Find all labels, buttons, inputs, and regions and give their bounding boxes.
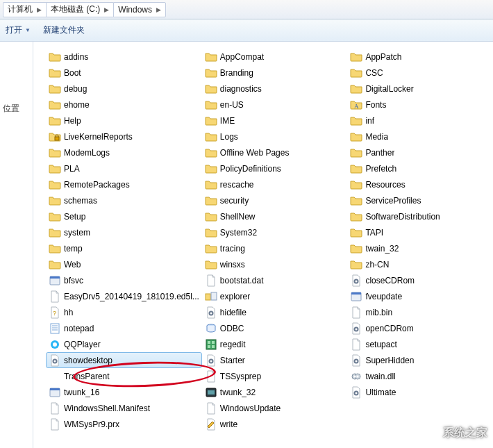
breadcrumb-drive[interactable]: 本地磁盘 (C:) ▶ [46,2,113,17]
item-label: Fonts [365,100,386,110]
list-item[interactable]: rescache [202,176,348,192]
list-item[interactable]: inf [347,113,493,128]
list-item[interactable]: twain_32 [347,240,493,256]
list-item[interactable]: WindowsShell.Manifest [46,400,202,416]
sidebar-places-header[interactable]: 位置 [0,103,33,115]
list-item[interactable]: SoftwareDistribution [347,208,493,224]
svg-text:?: ? [53,310,56,317]
list-item[interactable]: twain.dll [347,368,493,384]
list-item[interactable]: Media [347,128,493,144]
list-item[interactable]: regedit [202,336,348,352]
folder-icon [205,83,217,95]
list-item[interactable]: RemotePackages [46,176,202,192]
list-item[interactable]: Prefetch [347,160,493,176]
list-item[interactable]: Panther [347,144,493,160]
list-item[interactable]: notepad [46,320,202,336]
list-item[interactable]: TAPI [347,224,493,240]
list-item[interactable]: LiveKernelReports [46,128,202,144]
list-item[interactable]: showdesktop [46,352,202,368]
list-item[interactable]: Help [46,113,202,128]
list-item[interactable]: setupact [347,336,493,352]
list-item[interactable]: Boot [46,65,202,81]
list-item[interactable]: en-US [202,97,348,113]
list-item[interactable]: WindowsUpdate [202,400,348,416]
list-item[interactable]: AppPatch [347,49,493,65]
item-label: Starter [220,356,245,365]
list-item[interactable]: SuperHidden [347,352,493,368]
list-item[interactable]: fveupdate [347,288,493,304]
list-item[interactable]: TransParent [46,368,202,384]
list-item[interactable]: twunk_32 [202,384,348,400]
breadcrumb-root[interactable]: 计算机 ▶ [3,2,46,17]
item-label: Prefetch [365,164,396,174]
list-item[interactable]: CSC [347,65,493,81]
list-item[interactable]: AFonts [347,97,493,113]
fonts-icon: A [350,99,362,111]
open-button[interactable]: 打开 ▼ [6,24,31,36]
list-item[interactable]: mib.bin [347,304,493,320]
folder-icon [205,179,217,191]
list-item[interactable]: ehome [46,97,202,113]
svg-rect-23 [212,345,215,348]
item-label: TransParent [64,372,110,381]
list-item[interactable]: IME [202,113,348,128]
list-item[interactable]: zh-CN [347,256,493,272]
list-item[interactable]: AppCompat [202,49,348,65]
list-item[interactable]: Branding [202,65,348,81]
list-item[interactable]: hidefile [202,304,348,320]
list-item[interactable]: Logs [202,128,348,144]
list-item[interactable]: WMSysPr9.prx [46,416,202,432]
list-item[interactable]: temp [46,240,202,256]
list-item[interactable]: QQPlayer [46,336,202,352]
list-item[interactable]: TSSysprep [202,368,348,384]
list-item[interactable]: Web [46,256,202,272]
list-item[interactable]: ModemLogs [46,144,202,160]
list-item[interactable]: Ultimate [347,384,493,400]
list-item[interactable]: bootstat.dat [202,272,348,288]
list-item[interactable]: addins [46,49,202,65]
list-item[interactable]: DigitalLocker [347,81,493,97]
list-item[interactable]: system [46,224,202,240]
list-item[interactable]: twunk_16 [46,384,202,400]
list-item[interactable]: Resources [347,176,493,192]
item-label: TSSysprep [220,372,261,381]
item-label: Setup [64,212,85,222]
svg-point-9 [53,342,57,347]
list-item[interactable]: ODBC [202,320,348,336]
list-item[interactable]: ?hh [46,304,202,320]
list-item[interactable]: winsxs [202,256,348,272]
breadcrumb-folder[interactable]: Windows ▶ [113,2,166,17]
file-list-area[interactable]: addinsBootdebugehomeHelpLiveKernelReport… [33,42,493,448]
list-item[interactable]: EasyDrv5_20140419_181019.ed5l... [46,288,202,304]
list-item[interactable]: ServiceProfiles [347,192,493,208]
list-item[interactable]: PLA [46,160,202,176]
list-item[interactable]: security [202,192,348,208]
list-item[interactable]: bfsvc [46,272,202,288]
folder-icon [49,179,61,191]
new-folder-button[interactable]: 新建文件夹 [43,24,85,36]
breadcrumb-label: 计算机 [8,3,33,15]
list-item[interactable]: openCDRom [347,320,493,336]
list-item[interactable]: diagnostics [202,81,348,97]
list-item[interactable]: Starter [202,352,348,368]
list-item[interactable]: schemas [46,192,202,208]
file-column: AppCompatBrandingdiagnosticsen-USIMELogs… [202,49,348,432]
list-item[interactable]: tracing [202,240,348,256]
toolbar: 打开 ▼ 新建文件夹 [0,19,493,42]
list-item[interactable]: System32 [202,224,348,240]
folder-icon [49,226,61,239]
item-label: tracing [220,244,245,254]
list-item[interactable]: closeCDRom [347,272,493,288]
list-item[interactable]: PolicyDefinitions [202,160,348,176]
chevron-right-icon: ▶ [156,6,161,13]
folder-icon [205,67,217,79]
none-icon [49,370,61,383]
item-label: CSC [365,68,383,78]
item-label: ShellNew [220,212,256,222]
list-item[interactable]: ShellNew [202,208,348,224]
list-item[interactable]: Offline Web Pages [202,144,348,160]
list-item[interactable]: write [202,416,348,432]
list-item[interactable]: explorer [202,288,348,304]
list-item[interactable]: Setup [46,208,202,224]
list-item[interactable]: debug [46,81,202,97]
